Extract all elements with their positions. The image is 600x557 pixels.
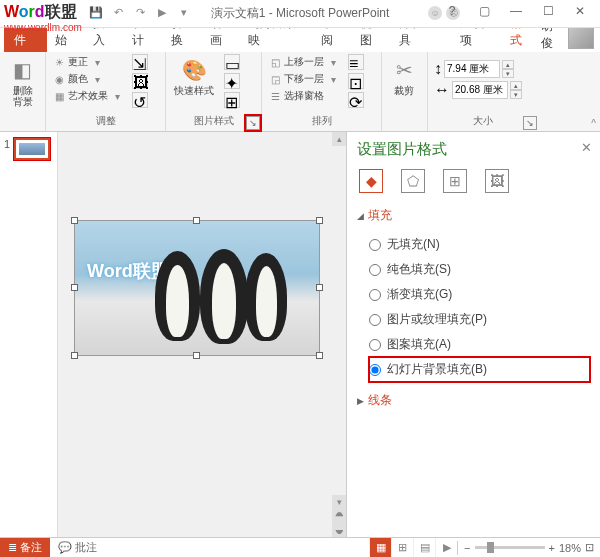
- zoom-level[interactable]: 18%: [559, 542, 581, 554]
- notes-button[interactable]: ≣备注: [0, 538, 50, 557]
- picture-layout-icon[interactable]: ⊞: [224, 92, 240, 108]
- help-icon[interactable]: ?: [436, 0, 468, 22]
- artistic-effects-button[interactable]: ▦艺术效果▾: [52, 88, 124, 104]
- send-backward-icon: ◲: [268, 72, 282, 86]
- change-picture-icon[interactable]: 🖼: [132, 73, 148, 89]
- group-picture-styles-label: 图片样式: [172, 114, 255, 129]
- quick-access-toolbar: 💾 ↶ ↷ ▶ ▾: [88, 4, 192, 20]
- thumb-preview: [14, 138, 50, 160]
- bring-forward-icon: ◱: [268, 55, 282, 69]
- slideshow-view-icon[interactable]: ▶: [435, 538, 457, 558]
- group-arrange-label: 排列: [268, 114, 375, 129]
- selection-pane-button[interactable]: ☰选择窗格: [268, 88, 340, 104]
- picture-styles-launcher[interactable]: ↘: [246, 116, 260, 130]
- expand-icon: ▶: [357, 396, 364, 406]
- save-icon[interactable]: 💾: [88, 4, 104, 20]
- width-icon: ↔: [434, 81, 450, 99]
- bring-forward-button[interactable]: ◱上移一层▾: [268, 54, 340, 70]
- size-launcher[interactable]: ↘: [523, 116, 537, 130]
- reset-picture-icon[interactable]: ↺: [132, 92, 148, 108]
- quick-styles-icon: 🎨: [180, 56, 208, 84]
- scrollbar-track[interactable]: [332, 146, 346, 495]
- width-input[interactable]: [452, 81, 508, 99]
- picture-tab-icon[interactable]: 🖼: [485, 169, 509, 193]
- reading-view-icon[interactable]: ▤: [413, 538, 435, 558]
- pane-close-icon[interactable]: ✕: [581, 140, 592, 155]
- height-input[interactable]: [444, 60, 500, 78]
- quick-styles-button[interactable]: 🎨 快速样式: [172, 54, 216, 98]
- pattern-fill-radio[interactable]: 图案填充(A): [369, 332, 590, 357]
- pane-title: 设置图片格式: [357, 140, 590, 159]
- rotate-icon[interactable]: ⟳: [348, 92, 364, 108]
- slide-bg-fill-radio[interactable]: 幻灯片背景填充(B): [369, 357, 590, 382]
- comments-icon: 💬: [58, 541, 72, 554]
- selected-image[interactable]: Word联盟: [74, 220, 320, 356]
- maximize-icon[interactable]: ☐: [532, 0, 564, 22]
- corrections-button[interactable]: ☀更正▾: [52, 54, 124, 70]
- qat-customize-icon[interactable]: ▾: [176, 4, 192, 20]
- normal-view-icon[interactable]: ▦: [369, 538, 391, 558]
- scroll-up-icon[interactable]: ▴: [332, 132, 346, 146]
- artistic-icon: ▦: [52, 89, 66, 103]
- document-title: 演示文稿1 - Microsoft PowerPoint: [211, 5, 390, 22]
- thumb-number: 1: [4, 138, 10, 160]
- notes-icon: ≣: [8, 541, 17, 554]
- minimize-icon[interactable]: —: [500, 0, 532, 22]
- picture-border-icon[interactable]: ▭: [224, 54, 240, 70]
- slide-thumbnail-1[interactable]: 1: [4, 138, 53, 160]
- gradient-fill-radio[interactable]: 渐变填充(G): [369, 282, 590, 307]
- collapse-ribbon-icon[interactable]: ^: [591, 118, 596, 129]
- group-size-label: 大小: [434, 114, 532, 129]
- undo-icon[interactable]: ↶: [110, 4, 126, 20]
- fit-to-window-icon[interactable]: ⊡: [585, 541, 594, 554]
- close-icon[interactable]: ✕: [564, 0, 596, 22]
- ribbon-options-icon[interactable]: ▢: [468, 0, 500, 22]
- brightness-icon: ☀: [52, 55, 66, 69]
- color-button[interactable]: ◉颜色▾: [52, 71, 124, 87]
- next-slide-icon[interactable]: ⯋: [332, 523, 346, 537]
- logo-url: www.wordlm.com: [4, 22, 82, 33]
- scroll-down-icon[interactable]: ▾: [332, 495, 346, 509]
- zoom-slider[interactable]: [475, 546, 545, 549]
- picture-fill-radio[interactable]: 图片或纹理填充(P): [369, 307, 590, 332]
- picture-effects-icon[interactable]: ✦: [224, 73, 240, 89]
- height-down[interactable]: ▾: [502, 69, 514, 78]
- slide-canvas[interactable]: Word联盟 ▴ ▾ ⯊ ⯋: [58, 132, 346, 537]
- selection-icon: ☰: [268, 89, 282, 103]
- effects-tab-icon[interactable]: ⬠: [401, 169, 425, 193]
- remove-bg-icon: ◧: [9, 56, 37, 84]
- group-adjust-label: 调整: [52, 114, 159, 129]
- color-icon: ◉: [52, 72, 66, 86]
- start-from-beginning-icon[interactable]: ▶: [154, 4, 170, 20]
- height-up[interactable]: ▴: [502, 60, 514, 69]
- fill-section-header[interactable]: ◢填充: [357, 207, 590, 224]
- collapse-icon: ◢: [357, 211, 364, 221]
- group-icon[interactable]: ⊡: [348, 73, 364, 89]
- size-tab-icon[interactable]: ⊞: [443, 169, 467, 193]
- format-picture-pane: ✕ 设置图片格式 ◆ ⬠ ⊞ 🖼 ◢填充 无填充(N) 纯色填充(S) 渐变填充…: [346, 132, 600, 537]
- remove-background-button[interactable]: ◧ 删除背景: [6, 54, 39, 109]
- prev-slide-icon[interactable]: ⯊: [332, 509, 346, 523]
- app-logo: Word联盟: [4, 2, 77, 23]
- solid-fill-radio[interactable]: 纯色填充(S): [369, 257, 590, 282]
- line-section-header[interactable]: ▶线条: [357, 392, 590, 409]
- zoom-out-icon[interactable]: −: [464, 542, 470, 554]
- width-down[interactable]: ▾: [510, 90, 522, 99]
- crop-icon: ✂: [390, 56, 418, 84]
- zoom-in-icon[interactable]: +: [549, 542, 555, 554]
- no-fill-radio[interactable]: 无填充(N): [369, 232, 590, 257]
- comments-button[interactable]: 💬批注: [50, 538, 105, 557]
- crop-button[interactable]: ✂ 裁剪: [388, 54, 420, 98]
- redo-icon[interactable]: ↷: [132, 4, 148, 20]
- compress-pictures-icon[interactable]: ⇲: [132, 54, 148, 70]
- width-up[interactable]: ▴: [510, 81, 522, 90]
- fill-line-tab-icon[interactable]: ◆: [359, 169, 383, 193]
- align-icon[interactable]: ≡: [348, 54, 364, 70]
- send-backward-button[interactable]: ◲下移一层▾: [268, 71, 340, 87]
- sorter-view-icon[interactable]: ⊞: [391, 538, 413, 558]
- height-icon: ↕: [434, 60, 442, 78]
